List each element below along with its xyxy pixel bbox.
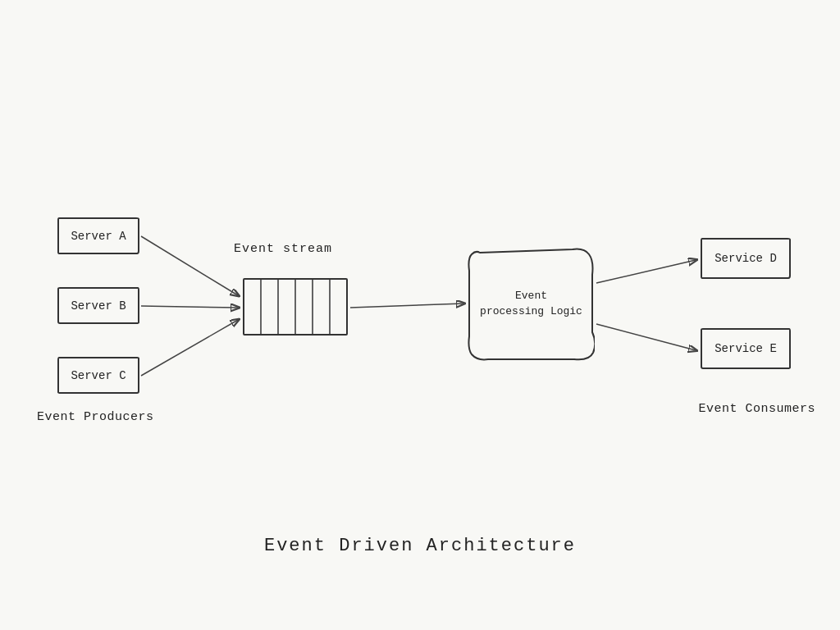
svg-line-1 <box>141 306 238 308</box>
server-a-box: Server A <box>57 217 139 254</box>
svg-line-0 <box>141 236 238 295</box>
queue-svg <box>242 275 349 340</box>
event-producers-label: Event Producers <box>37 410 154 424</box>
processing-box: Eventprocessing Logic <box>468 246 595 361</box>
diagram-container: Server A Server B Server C Event stream … <box>0 0 840 630</box>
server-b-box: Server B <box>57 287 139 324</box>
server-a-label: Server A <box>71 230 126 243</box>
server-c-label: Server C <box>71 369 126 382</box>
service-e-label: Service E <box>714 342 777 355</box>
service-e-box: Service E <box>701 328 791 369</box>
svg-line-2 <box>141 320 238 376</box>
service-d-label: Service D <box>714 252 777 265</box>
event-stream-label: Event stream <box>234 242 332 256</box>
server-b-label: Server B <box>71 299 126 313</box>
svg-line-4 <box>596 260 696 283</box>
processing-label: Eventprocessing Logic <box>480 288 582 320</box>
event-consumers-label: Event Consumers <box>698 402 815 416</box>
svg-line-5 <box>596 324 696 350</box>
server-c-box: Server C <box>57 357 139 394</box>
diagram-title: Event Driven Architecture <box>264 536 576 556</box>
event-stream-queue <box>242 275 349 340</box>
svg-line-3 <box>350 304 463 308</box>
service-d-box: Service D <box>701 238 791 279</box>
